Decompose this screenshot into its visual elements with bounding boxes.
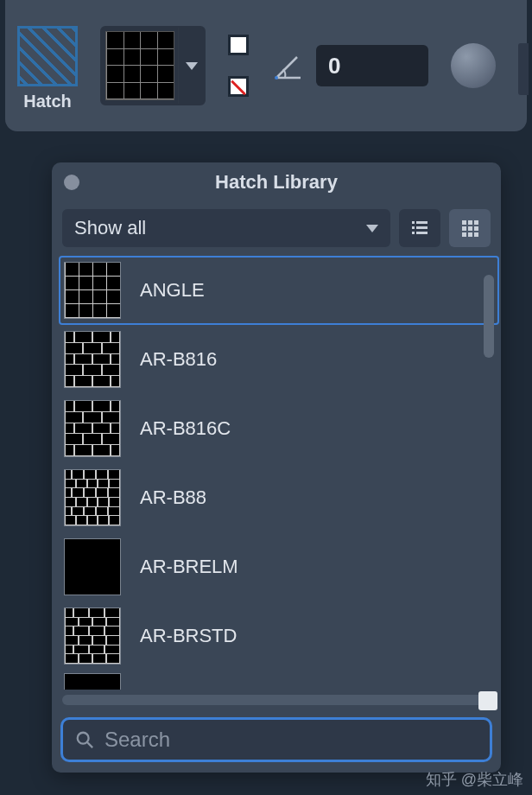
- filter-select-label: Show all: [74, 217, 146, 239]
- svg-rect-12: [474, 226, 478, 231]
- pattern-item-label: AR-B816: [140, 348, 217, 371]
- svg-rect-11: [468, 226, 472, 231]
- background-color-swatch-none[interactable]: [228, 76, 249, 97]
- pattern-item[interactable]: [59, 671, 499, 690]
- hatch-tool[interactable]: Hatch: [17, 26, 78, 111]
- pattern-item[interactable]: AR-B816C: [59, 394, 499, 463]
- pattern-item-label: AR-B816C: [140, 417, 231, 440]
- toolbar-overflow[interactable]: [518, 43, 529, 95]
- color-swatches: [228, 35, 249, 97]
- grid-view-button[interactable]: [449, 209, 491, 247]
- svg-rect-2: [412, 226, 415, 229]
- hatch-icon: [17, 26, 78, 86]
- angle-icon: [271, 48, 306, 83]
- pattern-thumbnail: [64, 673, 121, 690]
- pattern-dropdown-button[interactable]: [178, 28, 204, 104]
- pattern-thumbnail: [64, 607, 121, 665]
- svg-rect-7: [462, 220, 466, 225]
- svg-rect-14: [468, 232, 472, 237]
- svg-point-0: [275, 76, 278, 80]
- pattern-item[interactable]: AR-BRELM: [59, 532, 499, 601]
- svg-rect-9: [474, 220, 478, 225]
- pattern-item-label: ANGLE: [140, 279, 205, 302]
- angle-group: [271, 45, 428, 86]
- chevron-down-icon: [186, 62, 198, 70]
- pattern-item-label: AR-BRELM: [140, 556, 238, 578]
- svg-rect-1: [412, 221, 415, 224]
- close-button[interactable]: [64, 175, 79, 190]
- pattern-thumbnail: [64, 262, 121, 319]
- search-icon: [75, 730, 94, 749]
- search-box[interactable]: [60, 717, 492, 762]
- pattern-item[interactable]: AR-B88: [59, 463, 499, 532]
- svg-rect-13: [462, 232, 466, 237]
- svg-rect-5: [416, 226, 428, 229]
- list-view-button[interactable]: [399, 209, 440, 247]
- angle-dial[interactable]: [451, 43, 496, 88]
- pattern-picker[interactable]: [100, 26, 206, 105]
- chevron-down-icon: [366, 225, 378, 232]
- angle-input[interactable]: [316, 45, 428, 86]
- hatch-tool-label: Hatch: [23, 92, 72, 111]
- pattern-item-label: AR-BRSTD: [140, 625, 237, 647]
- svg-rect-3: [412, 232, 415, 234]
- panel-title: Hatch Library: [215, 171, 338, 194]
- pattern-thumbnail: [64, 400, 121, 457]
- pattern-thumbnail: [64, 331, 121, 388]
- svg-rect-4: [416, 221, 428, 224]
- svg-point-16: [78, 733, 89, 744]
- current-pattern-swatch: [105, 31, 174, 100]
- svg-line-17: [87, 742, 92, 747]
- panel-header: Hatch Library: [52, 162, 501, 202]
- pattern-list: ANGLEAR-B816AR-B816CAR-B88AR-BRELMAR-BRS…: [52, 252, 501, 690]
- search-input[interactable]: [104, 728, 478, 752]
- pattern-thumbnail: [64, 469, 121, 526]
- vertical-scrollbar[interactable]: [484, 275, 494, 358]
- pattern-thumbnail: [64, 538, 121, 595]
- horizontal-scrollbar[interactable]: [62, 695, 491, 705]
- filter-select[interactable]: Show all: [62, 209, 390, 247]
- svg-rect-6: [416, 232, 428, 234]
- pattern-item[interactable]: ANGLE: [59, 256, 499, 325]
- pattern-item[interactable]: AR-B816: [59, 325, 499, 394]
- svg-rect-8: [468, 220, 472, 225]
- toolbar: Hatch: [5, 0, 527, 131]
- list-icon: [409, 218, 430, 238]
- pattern-item[interactable]: AR-BRSTD: [59, 601, 499, 671]
- foreground-color-swatch[interactable]: [228, 35, 249, 55]
- horizontal-scrollbar-thumb[interactable]: [478, 691, 497, 710]
- svg-rect-10: [462, 226, 466, 231]
- pattern-item-label: AR-B88: [140, 487, 206, 509]
- grid-icon: [459, 218, 480, 238]
- hatch-library-panel: Hatch Library Show all ANGLEAR-B816AR-B8…: [52, 162, 501, 773]
- watermark: 知乎 @柴立峰: [426, 769, 523, 790]
- svg-rect-15: [474, 232, 478, 237]
